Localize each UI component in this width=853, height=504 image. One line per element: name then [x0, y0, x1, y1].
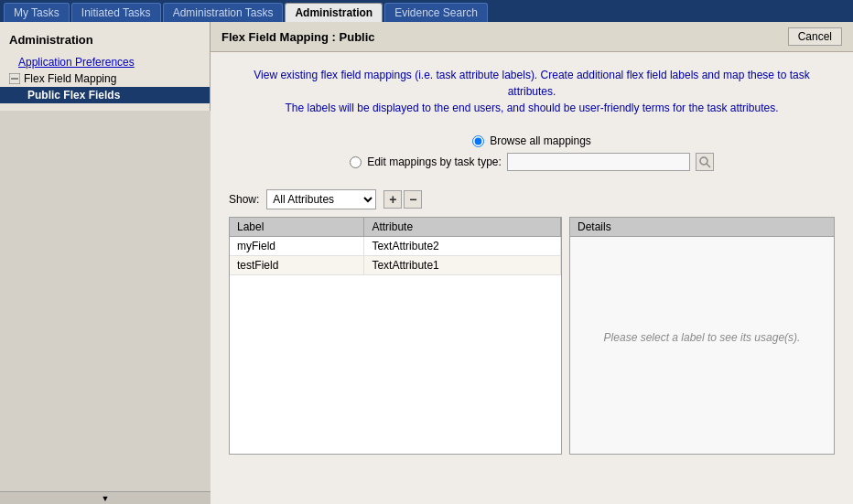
cell-attribute: TextAttribute1 [364, 256, 561, 275]
add-button[interactable]: + [383, 190, 402, 209]
table-row[interactable]: myFieldTextAttribute2 [230, 237, 561, 256]
task-type-browse-btn[interactable] [696, 153, 714, 171]
details-placeholder: Please select a label to see its usage(s… [604, 331, 801, 344]
details-header: Details [570, 218, 834, 237]
sidebar: Administration Application Preferences F… [0, 22, 211, 111]
sidebar-item-public-flex-fields[interactable]: Public Flex Fields [0, 87, 210, 103]
show-row: Show: All Attributes Text Attributes Num… [229, 189, 835, 209]
details-body: Please select a label to see its usage(s… [570, 237, 834, 438]
mappings-table: Label Attribute myFieldTextAttribute2tes… [230, 218, 561, 275]
radio-browse-label[interactable]: Browse all mappings [490, 134, 591, 147]
cell-label: testField [230, 256, 364, 275]
tab-initiated-tasks[interactable]: Initiated Tasks [71, 3, 161, 22]
sidebar-section-flex-field-mapping[interactable]: Flex Field Mapping [0, 70, 210, 87]
col-label-header: Label [230, 218, 364, 237]
radio-edit-label[interactable]: Edit mappings by task type: [367, 155, 502, 168]
tab-my-tasks[interactable]: My Tasks [4, 3, 70, 22]
sidebar-item-app-prefs[interactable]: Application Preferences [0, 54, 210, 70]
tab-administration-tasks[interactable]: Administration Tasks [163, 3, 284, 22]
cell-label: myField [230, 237, 364, 256]
tab-administration[interactable]: Administration [285, 3, 383, 22]
mappings-table-wrapper: Label Attribute myFieldTextAttribute2tes… [229, 217, 562, 455]
main-layout: Administration Application Preferences F… [0, 22, 853, 504]
show-select[interactable]: All Attributes Text Attributes Number At… [266, 189, 376, 209]
tab-bar: My Tasks Initiated Tasks Administration … [0, 0, 853, 22]
col-attribute-header: Attribute [364, 218, 561, 237]
minus-box-icon [9, 73, 20, 84]
show-label: Show: [229, 193, 259, 206]
radio-edit-input[interactable] [350, 156, 362, 168]
browse-icon [698, 155, 711, 168]
sidebar-title: Administration [0, 29, 210, 54]
details-panel: Details Please select a label to see its… [569, 217, 835, 455]
info-text: View existing flex field mappings (i.e. … [229, 67, 835, 116]
table-row[interactable]: testFieldTextAttribute1 [230, 256, 561, 275]
content-area: Flex Field Mapping : Public Cancel View … [211, 22, 853, 504]
radio-browse-all[interactable]: Browse all mappings [472, 134, 591, 147]
sidebar-wrapper: Administration Application Preferences F… [0, 22, 211, 504]
table-details-row: Label Attribute myFieldTextAttribute2tes… [229, 217, 835, 455]
cell-attribute: TextAttribute2 [364, 237, 561, 256]
svg-point-2 [700, 157, 707, 165]
content-body: View existing flex field mappings (i.e. … [211, 52, 853, 504]
cancel-button[interactable]: Cancel [788, 27, 842, 46]
radio-browse-input[interactable] [472, 135, 484, 147]
radio-edit-row: Edit mappings by task type: [350, 153, 714, 171]
sidebar-scroll-down-btn[interactable]: ▼ [0, 491, 211, 504]
tab-evidence-search[interactable]: Evidence Search [384, 3, 488, 22]
content-header: Flex Field Mapping : Public Cancel [211, 22, 853, 52]
task-type-input[interactable] [507, 153, 690, 171]
svg-line-3 [707, 164, 710, 167]
add-remove-btns: + − [383, 190, 422, 209]
remove-button[interactable]: − [404, 190, 422, 209]
content-title: Flex Field Mapping : Public [221, 30, 375, 44]
sidebar-section-label: Flex Field Mapping [24, 72, 116, 85]
radio-group: Browse all mappings Edit mappings by tas… [229, 134, 835, 171]
